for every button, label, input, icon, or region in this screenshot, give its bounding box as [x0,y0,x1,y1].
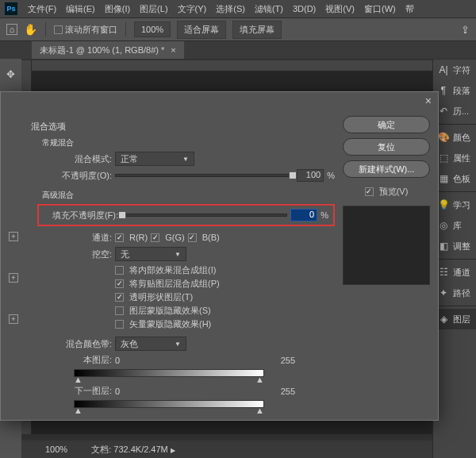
panel-libraries[interactable]: ◎库 [433,215,476,236]
swatches-icon: ▦ [437,173,450,184]
opacity-input[interactable]: 100 [297,169,324,182]
fill-opacity-highlight: 填充不透明度(F): 0 % [37,204,335,226]
palette-icon: 🎨 [437,132,450,143]
lightbulb-icon: 💡 [437,199,450,210]
panel-history[interactable]: ↶历... [433,101,476,121]
character-icon: A| [437,64,450,75]
zoom-level[interactable]: 100% [134,21,171,37]
underlying-layer-label: 下一图层: [42,385,112,397]
menu-image[interactable]: 图像(I) [101,2,134,17]
layers-icon: ◈ [437,314,450,325]
chevron-down-icon: ▼ [175,341,181,348]
panel-adjustments[interactable]: ◧调整 [433,236,476,256]
menu-layer[interactable]: 图层(L) [136,2,171,17]
panel-channels[interactable]: ☷通道 [433,262,476,283]
right-panel-strip: A|字符 ¶段落 ↶历... 🎨颜色 ⬚属性 ▦色板 💡学习 ◎库 ◧调整 ☷通… [432,60,476,458]
home-icon[interactable]: ⌂ [6,24,17,35]
menu-view[interactable]: 视图(V) [321,2,359,17]
chevron-down-icon: ▼ [175,251,181,258]
move-tool-icon[interactable]: ✥ [4,67,18,81]
blending-options-panel: 混合选项 常规混合 混合模式: 正常▼ 不透明度(O): 100 % 高级混合 … [31,113,335,412]
paragraph-icon: ¶ [437,85,450,96]
menu-3d[interactable]: 3D(D) [289,2,320,15]
opacity-label: 不透明度(O): [42,170,112,182]
channel-b-check[interactable]: B(B) [188,233,220,242]
fill-screen-button[interactable]: 填充屏幕 [232,21,282,39]
document-tab[interactable]: 未标题-1 @ 100% (1, RGB/8#) *× [32,41,184,59]
opacity-slider[interactable] [115,174,294,177]
blend-clipped-check[interactable]: 将剪贴图层混合成组(P) [115,278,335,290]
menu-edit[interactable]: 编辑(E) [62,2,99,17]
status-docsize[interactable]: 文档: 732.4K/2.47M ▶ [91,444,175,456]
reset-button[interactable]: 复位 [343,138,430,156]
new-style-button[interactable]: 新建样式(W)... [343,160,430,178]
hand-tool-icon[interactable]: ✋ [24,23,37,36]
transparency-shape-check[interactable]: 透明形状图层(T) [115,291,335,303]
panel-paths[interactable]: ✦路径 [433,283,476,303]
blend-mode-select[interactable]: 正常▼ [115,152,194,166]
preview-check[interactable]: 预览(V) [343,186,430,198]
share-icon[interactable]: ⇪ [461,24,470,36]
add-effect-icon[interactable]: + [9,232,18,241]
fill-opacity-input[interactable]: 0 [290,209,317,221]
fill-opacity-label: 填充不透明度(F): [44,210,118,221]
adjustments-icon: ◧ [437,241,450,252]
panel-character[interactable]: A|字符 [433,60,476,80]
menu-help[interactable]: 帮 [401,2,418,17]
document-tab-bar: 未标题-1 @ 100% (1, RGB/8#) *× [0,41,476,59]
section-title: 混合选项 [31,121,335,133]
panel-layers[interactable]: ◈图层 [433,309,476,329]
app-logo-icon: Ps [5,2,17,15]
this-layer-label: 本图层: [42,354,112,366]
underlying-layer-gradient[interactable] [74,400,264,408]
options-bar: ⌂ ✋ 滚动所有窗口 100% 适合屏幕 填充屏幕 ⇪ [0,17,476,41]
this-layer-gradient[interactable] [74,369,264,377]
general-blending-label: 常规混合 [42,137,335,148]
dialog-left-rail: + + + [9,113,23,412]
close-tab-icon[interactable]: × [171,45,175,55]
fill-opacity-slider[interactable] [121,214,287,217]
channels-icon: ☷ [437,267,450,278]
advanced-blending-label: 高级混合 [42,190,335,201]
channel-r-check[interactable]: R(R) [115,233,148,242]
preview-thumbnail [343,206,430,285]
add-effect-icon-3[interactable]: + [9,314,18,324]
panel-paragraph[interactable]: ¶段落 [433,80,476,101]
properties-icon: ⬚ [437,152,450,164]
chevron-down-icon: ▼ [182,156,189,163]
vector-mask-hide-check[interactable]: 矢量蒙版隐藏效果(H) [115,318,335,330]
menu-file[interactable]: 文件(F) [24,2,60,17]
menu-type[interactable]: 文字(Y) [174,2,211,17]
menu-select[interactable]: 选择(S) [212,2,249,17]
close-icon[interactable]: × [425,94,432,107]
fit-screen-button[interactable]: 适合屏幕 [177,21,226,39]
panel-properties[interactable]: ⬚属性 [433,148,476,168]
menu-bar: Ps 文件(F) 编辑(E) 图像(I) 图层(L) 文字(Y) 选择(S) 滤… [0,0,476,17]
layer-mask-hide-check[interactable]: 图层蒙版隐藏效果(S) [115,305,335,317]
ok-button[interactable]: 确定 [343,116,430,133]
add-effect-icon-2[interactable]: + [9,273,18,283]
menu-window[interactable]: 窗口(W) [360,2,400,17]
paths-icon: ✦ [437,287,450,298]
dialog-right-column: 确定 复位 新建样式(W)... 预览(V) [343,113,430,412]
cc-icon: ◎ [437,220,450,231]
menu-filter[interactable]: 滤镜(T) [251,2,287,17]
status-zoom[interactable]: 100% [45,445,67,454]
panel-swatches[interactable]: ▦色板 [433,168,476,189]
blend-mode-label: 混合模式: [42,153,112,165]
scroll-all-check[interactable]: 滚动所有窗口 [54,24,117,36]
knockout-select[interactable]: 无▼ [115,247,186,261]
history-icon: ↶ [437,106,450,117]
layer-style-dialog: × + + + 混合选项 常规混合 混合模式: 正常▼ 不透明度(O): 100… [0,91,439,421]
percent-label: % [327,171,335,180]
knockout-label: 挖空: [42,248,112,260]
status-bar: 100% 文档: 732.4K/2.47M ▶ [21,441,432,458]
blend-interior-check[interactable]: 将内部效果混合成组(I) [115,264,335,276]
dialog-titlebar[interactable]: × [1,92,438,110]
panel-color[interactable]: 🎨颜色 [433,127,476,148]
blend-if-select[interactable]: 灰色▼ [115,337,186,351]
ruler-horizontal [32,60,432,71]
blend-if-label: 混合颜色带: [42,338,112,350]
panel-learn[interactable]: 💡学习 [433,194,476,215]
channel-g-check[interactable]: G(G) [151,233,184,242]
